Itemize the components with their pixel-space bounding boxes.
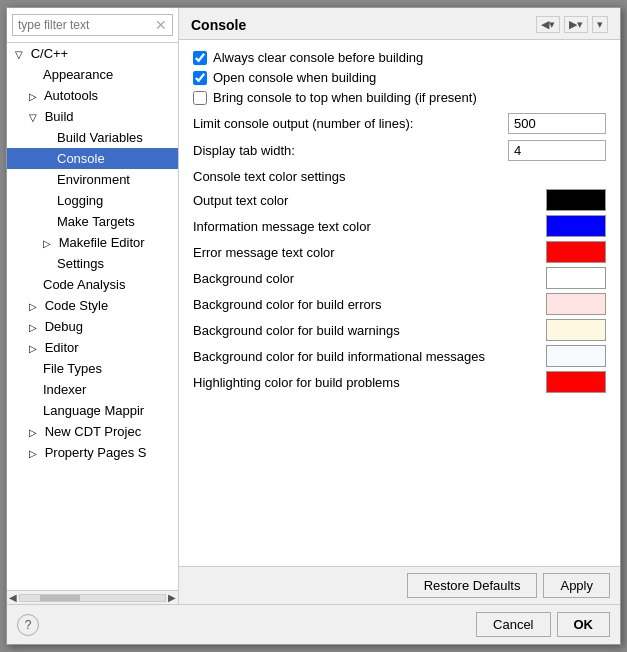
- sidebar-item-label: Property Pages S: [45, 445, 147, 460]
- sidebar-item-environment[interactable]: Environment: [7, 169, 178, 190]
- color-row-info-message: Information message text color: [193, 215, 606, 237]
- search-input[interactable]: [12, 14, 173, 36]
- sidebar-hscroll[interactable]: ◀ ▶: [7, 590, 178, 604]
- color-label-highlight-build: Highlighting color for build problems: [193, 375, 546, 390]
- prop-row-limit-output: Limit console output (number of lines):: [193, 113, 606, 134]
- main-body: Always clear console before building Ope…: [179, 40, 620, 566]
- cancel-button[interactable]: Cancel: [476, 612, 550, 637]
- sidebar-item-label: Console: [57, 151, 105, 166]
- color-swatch-bg-build-warnings[interactable]: [546, 319, 606, 341]
- color-label-output-text: Output text color: [193, 193, 546, 208]
- color-swatch-background[interactable]: [546, 267, 606, 289]
- checkbox-open-console[interactable]: [193, 71, 207, 85]
- checkbox-bring-to-top[interactable]: [193, 91, 207, 105]
- sidebar-item-label: Debug: [45, 319, 83, 334]
- page-title: Console: [191, 17, 246, 33]
- sidebar-item-label: Appearance: [43, 67, 113, 82]
- sidebar-item-label: Build Variables: [57, 130, 143, 145]
- dialog-inner: ✕ ▽ C/C++Appearance▷ Autotools▽ BuildBui…: [7, 8, 620, 604]
- sidebar-item-make-targets[interactable]: Make Targets: [7, 211, 178, 232]
- sidebar-item-cpp[interactable]: ▽ C/C++: [7, 43, 178, 64]
- color-swatch-info-message[interactable]: [546, 215, 606, 237]
- color-swatch-error-message[interactable]: [546, 241, 606, 263]
- prop-label-tab-width: Display tab width:: [193, 143, 508, 158]
- sidebar-item-label: Build: [45, 109, 74, 124]
- sidebar-tree: ▽ C/C++Appearance▷ Autotools▽ BuildBuild…: [7, 43, 178, 590]
- sidebar-item-label: Make Targets: [57, 214, 135, 229]
- expand-icon: ▷: [29, 427, 41, 438]
- search-clear-icon[interactable]: ✕: [155, 17, 167, 33]
- sidebar-item-new-cdt-project[interactable]: ▷ New CDT Projec: [7, 421, 178, 442]
- checkbox-always-clear[interactable]: [193, 51, 207, 65]
- scroll-right-icon[interactable]: ▶: [168, 592, 176, 603]
- checkbox-row-open-console: Open console when building: [193, 70, 606, 85]
- sidebar-item-code-analysis[interactable]: Code Analysis: [7, 274, 178, 295]
- sidebar-item-appearance[interactable]: Appearance: [7, 64, 178, 85]
- color-swatch-bg-build-errors[interactable]: [546, 293, 606, 315]
- color-row-error-message: Error message text color: [193, 241, 606, 263]
- checkboxes-section: Always clear console before building Ope…: [193, 50, 606, 105]
- expand-icon: ▷: [29, 91, 41, 102]
- prop-label-limit-output: Limit console output (number of lines):: [193, 116, 508, 131]
- sidebar-item-settings[interactable]: Settings: [7, 253, 178, 274]
- expand-icon: ▷: [29, 322, 41, 333]
- sidebar-item-label: New CDT Projec: [45, 424, 142, 439]
- color-row-output-text: Output text color: [193, 189, 606, 211]
- sidebar-item-label: Code Style: [45, 298, 109, 313]
- sidebar-item-console[interactable]: Console: [7, 148, 178, 169]
- sidebar-item-makefile-editor[interactable]: ▷ Makefile Editor: [7, 232, 178, 253]
- sidebar-item-language-mapping[interactable]: Language Mappir: [7, 400, 178, 421]
- ok-button[interactable]: OK: [557, 612, 611, 637]
- sidebar-item-label: File Types: [43, 361, 102, 376]
- menu-button[interactable]: ▾: [592, 16, 608, 33]
- prop-input-tab-width[interactable]: [508, 140, 606, 161]
- sidebar-item-debug[interactable]: ▷ Debug: [7, 316, 178, 337]
- color-section-title: Console text color settings: [193, 169, 606, 184]
- color-swatch-output-text[interactable]: [546, 189, 606, 211]
- expand-icon: ▽: [29, 112, 41, 123]
- sidebar-item-indexer[interactable]: Indexer: [7, 379, 178, 400]
- color-swatch-highlight-build[interactable]: [546, 371, 606, 393]
- sidebar-item-label: Indexer: [43, 382, 86, 397]
- back-button[interactable]: ◀▾: [536, 16, 560, 33]
- sidebar-item-label: Makefile Editor: [59, 235, 145, 250]
- sidebar-item-file-types[interactable]: File Types: [7, 358, 178, 379]
- header-actions: ◀▾ ▶▾ ▾: [536, 16, 608, 33]
- main-footer: Restore Defaults Apply: [179, 566, 620, 604]
- color-swatch-bg-build-info[interactable]: [546, 345, 606, 367]
- checkbox-label-open-console: Open console when building: [213, 70, 376, 85]
- expand-icon: ▷: [29, 448, 41, 459]
- sidebar-item-label: Logging: [57, 193, 103, 208]
- sidebar-item-logging[interactable]: Logging: [7, 190, 178, 211]
- forward-button[interactable]: ▶▾: [564, 16, 588, 33]
- sidebar-item-label: Settings: [57, 256, 104, 271]
- scroll-left-icon[interactable]: ◀: [9, 592, 17, 603]
- color-label-info-message: Information message text color: [193, 219, 546, 234]
- hscroll-thumb[interactable]: [40, 595, 80, 601]
- help-button[interactable]: ?: [17, 614, 39, 636]
- sidebar-item-label: Autotools: [44, 88, 98, 103]
- color-label-background: Background color: [193, 271, 546, 286]
- sidebar-item-build[interactable]: ▽ Build: [7, 106, 178, 127]
- sidebar-search-container: ✕: [7, 8, 178, 43]
- sidebar-item-code-style[interactable]: ▷ Code Style: [7, 295, 178, 316]
- main-header: Console ◀▾ ▶▾ ▾: [179, 8, 620, 40]
- sidebar-item-property-pages[interactable]: ▷ Property Pages S: [7, 442, 178, 463]
- hscroll-track[interactable]: [19, 594, 166, 602]
- expand-icon: ▷: [29, 343, 41, 354]
- sidebar-item-autotools[interactable]: ▷ Autotools: [7, 85, 178, 106]
- preferences-dialog: ✕ ▽ C/C++Appearance▷ Autotools▽ BuildBui…: [6, 7, 621, 645]
- checkbox-label-bring-to-top: Bring console to top when building (if p…: [213, 90, 477, 105]
- color-row-bg-build-warnings: Background color for build warnings: [193, 319, 606, 341]
- color-label-bg-build-info: Background color for build informational…: [193, 349, 546, 364]
- sidebar-item-editor[interactable]: ▷ Editor: [7, 337, 178, 358]
- sidebar-item-label: Environment: [57, 172, 130, 187]
- sidebar-item-label: Language Mappir: [43, 403, 144, 418]
- sidebar-item-build-variables[interactable]: Build Variables: [7, 127, 178, 148]
- expand-icon: ▷: [43, 238, 55, 249]
- restore-defaults-button[interactable]: Restore Defaults: [407, 573, 538, 598]
- checkbox-row-always-clear: Always clear console before building: [193, 50, 606, 65]
- apply-button[interactable]: Apply: [543, 573, 610, 598]
- prop-input-limit-output[interactable]: [508, 113, 606, 134]
- props-section: Limit console output (number of lines): …: [193, 113, 606, 161]
